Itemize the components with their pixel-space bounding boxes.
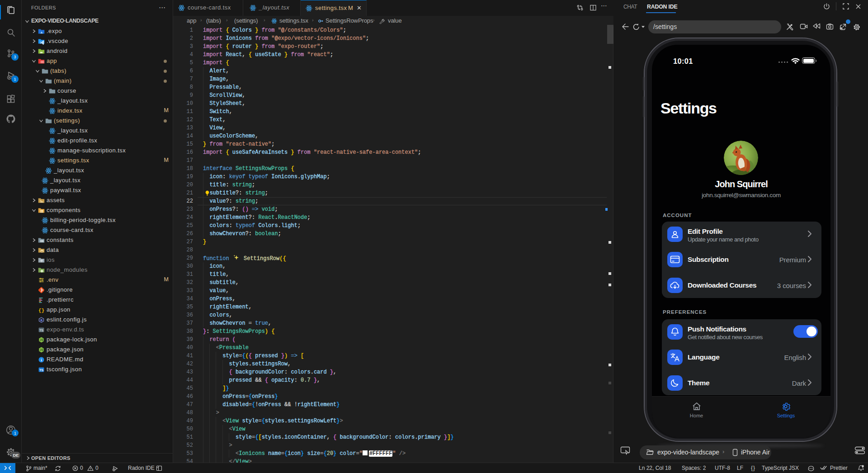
- svg-text:TS: TS: [39, 368, 43, 371]
- svg-text:JS: JS: [40, 348, 44, 351]
- svg-text:TS: TS: [39, 328, 43, 331]
- svg-text:iOS: iOS: [40, 260, 43, 262]
- svg-text:JS: JS: [40, 338, 44, 341]
- svg-text:{}: {}: [38, 307, 44, 313]
